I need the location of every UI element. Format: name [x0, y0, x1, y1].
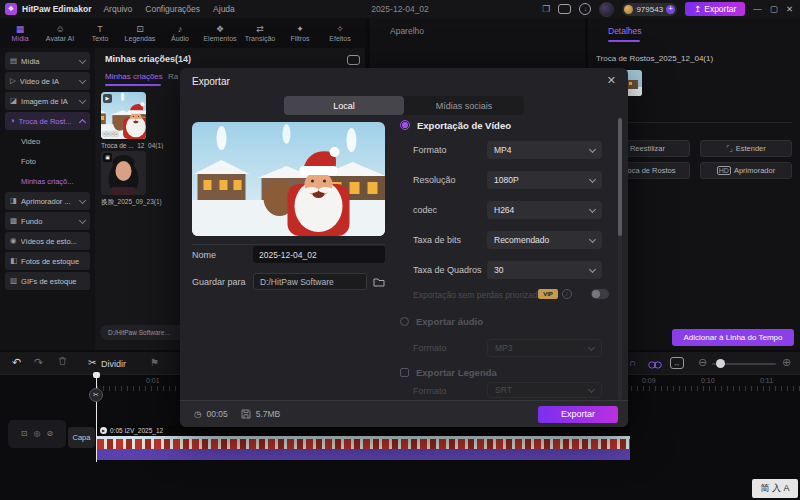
fit-timeline-icon[interactable]: ↔: [670, 357, 684, 369]
sidebar-item-fotos-estoque[interactable]: ◧ Fotos de estoque: [5, 252, 90, 270]
library-item-video-label: Troca de ..._12_04(1): [101, 142, 187, 149]
dialog-title: Exportar: [192, 76, 230, 87]
library-item-video-thumbnail[interactable]: ▶ 00:05: [101, 92, 146, 139]
ime-indicator[interactable]: 简 入 A: [752, 479, 798, 498]
feedback-icon[interactable]: [558, 4, 571, 14]
zoom-slider-knob[interactable]: [716, 359, 725, 368]
tab-legendas[interactable]: ⊡ Legendas: [120, 18, 160, 48]
dialog-close-icon[interactable]: ✕: [607, 74, 616, 87]
export-button-top[interactable]: ↥ Exportar: [685, 2, 745, 16]
lossless-toggle[interactable]: [591, 289, 609, 299]
sidebar-item-fundo[interactable]: ▩ Fundo: [5, 212, 90, 230]
background-icon: ▩: [10, 217, 17, 225]
maximize-button[interactable]: ▢: [770, 5, 778, 14]
sidebar-item-aprimorador[interactable]: ◨ Aprimorador ...: [5, 192, 90, 210]
menu-configuracoes[interactable]: Configurações: [145, 4, 200, 14]
tab-midias-sociais[interactable]: Mídias sociais: [404, 96, 524, 115]
save-path-input[interactable]: D:/HitPaw Software: [253, 273, 367, 290]
dialog-scrollbar-thumb[interactable]: [618, 118, 622, 236]
tab-midia[interactable]: ▦ Mídia: [0, 18, 40, 48]
playhead-split-icon[interactable]: ✂: [89, 388, 103, 402]
sidebar-item-foto[interactable]: Foto: [5, 152, 90, 170]
tab-filtros[interactable]: ✦ Filtros: [280, 18, 320, 48]
subtitle-export-checkbox[interactable]: [400, 368, 409, 377]
subtitle-format-select: SRT: [487, 382, 602, 398]
document-title: 2025-12-04_02: [371, 4, 429, 14]
play-icon: ▶: [106, 96, 110, 101]
vip-badge: VIP: [538, 289, 558, 299]
link-icon[interactable]: [648, 359, 662, 372]
tab-avatar-ai[interactable]: ☺ Avatar AI: [40, 18, 80, 48]
video-export-radio[interactable]: [400, 120, 410, 130]
comment-bubble-icon[interactable]: [347, 55, 360, 65]
menu-arquivo[interactable]: Arquivo: [103, 4, 132, 14]
marker-icon[interactable]: ⚑: [150, 356, 159, 369]
download-icon[interactable]: ↓: [579, 3, 591, 15]
user-avatar[interactable]: [599, 2, 614, 17]
enhancer-button[interactable]: HD Aprimorador: [700, 162, 792, 179]
sidebar-item-gifs-estoque[interactable]: ▥ GIFs de estoque: [5, 272, 90, 290]
add-coins-button[interactable]: +: [666, 5, 675, 14]
track-hide-icon[interactable]: ◎: [34, 430, 41, 438]
stock-gif-icon: ▥: [10, 277, 17, 285]
resolution-select[interactable]: 1080P: [487, 171, 602, 189]
menu-ajuda[interactable]: Ajuda: [213, 4, 235, 14]
split-scissors-icon[interactable]: ✂: [88, 356, 96, 369]
track-mute-icon[interactable]: ⊘: [46, 430, 53, 438]
tab-efeitos[interactable]: ✧ Efeitos: [320, 18, 360, 48]
tab-elementos[interactable]: ❖ Elementos: [200, 18, 240, 48]
resolution-label: Resolução: [413, 175, 456, 185]
info-icon[interactable]: i: [562, 289, 572, 299]
zoom-in-icon[interactable]: ⊕: [782, 356, 791, 369]
zoom-out-icon[interactable]: ⊖: [698, 356, 707, 369]
codec-select[interactable]: H264: [487, 201, 602, 219]
framerate-select[interactable]: 30: [487, 261, 602, 279]
bitrate-select[interactable]: Recomendado: [487, 231, 602, 249]
tab-detalhes[interactable]: Detalhes: [608, 26, 642, 36]
add-to-timeline-button[interactable]: Adicionar à Linha do Tempo: [672, 329, 794, 346]
sidebar-item-imagem-ia[interactable]: ◪ Imagem de IA: [5, 92, 90, 110]
clip-audio-bar[interactable]: [97, 449, 630, 460]
coins-balance[interactable]: 979543 +: [622, 3, 677, 16]
sidebar-item-video-ia[interactable]: ▷ Vídeo de IA: [5, 72, 90, 90]
format-select[interactable]: MP4: [487, 141, 602, 159]
library-tab-next[interactable]: Ra: [168, 72, 178, 81]
avatar-ai-icon: ☺: [55, 25, 64, 34]
cover-button[interactable]: Capa: [68, 427, 95, 448]
text-icon: T: [97, 25, 103, 34]
tab-transicao[interactable]: ⇄ Transição: [240, 18, 280, 48]
tab-local[interactable]: Local: [284, 96, 404, 115]
chevron-down-icon: [589, 235, 596, 242]
playhead-handle[interactable]: [93, 372, 100, 378]
minimize-button[interactable]: —: [753, 5, 762, 14]
sidebar-item-video[interactable]: Video: [5, 132, 90, 150]
sidebar-item-minhas-criacoes[interactable]: Minhas criaçõ...: [5, 172, 90, 190]
close-button[interactable]: ✕: [786, 5, 793, 14]
name-input[interactable]: 2025-12-04_02: [253, 246, 385, 263]
library-item-photo-thumbnail[interactable]: ▣: [101, 151, 146, 195]
trash-icon[interactable]: [58, 356, 67, 369]
library-tab-minhas-criacoes[interactable]: Minhas criações: [105, 72, 163, 81]
export-confirm-button[interactable]: Exportar: [538, 406, 618, 423]
video-clip[interactable]: [97, 436, 630, 449]
extend-button[interactable]: ⌜⌟ Estender: [700, 140, 792, 157]
redo-icon[interactable]: ↷: [34, 356, 43, 369]
sidebar-item-troca-de-rostos[interactable]: ◑ Troca de Rost...: [5, 112, 90, 130]
folder-icon: ▤: [10, 57, 17, 65]
tab-texto[interactable]: T Texto: [80, 18, 120, 48]
sidebar-item-videos-estoque[interactable]: ◉ Vídeos de esto...: [5, 232, 90, 250]
tab-audio[interactable]: ♪ Áudio: [160, 18, 200, 48]
ruler-label: 0:11: [760, 377, 773, 384]
snap-icon[interactable]: ∩: [629, 356, 636, 369]
export-button-label: Exportar: [704, 4, 736, 14]
captions-icon: ⊡: [136, 25, 144, 34]
sidebar-item-midia[interactable]: ▤ Mídia: [5, 52, 90, 70]
track-lock-icon[interactable]: ⊡: [21, 430, 28, 438]
audio-export-radio[interactable]: [400, 317, 409, 326]
chevron-down-icon: [588, 385, 595, 392]
sidebar: ▤ Mídia ▷ Vídeo de IA ◪ Imagem de IA ◑ T…: [0, 48, 95, 350]
undo-icon[interactable]: ↶: [12, 356, 21, 369]
split-button-label[interactable]: Dividir: [101, 359, 126, 369]
browse-folder-icon[interactable]: [371, 274, 387, 290]
layout-panel-icon[interactable]: ❐: [542, 5, 550, 14]
